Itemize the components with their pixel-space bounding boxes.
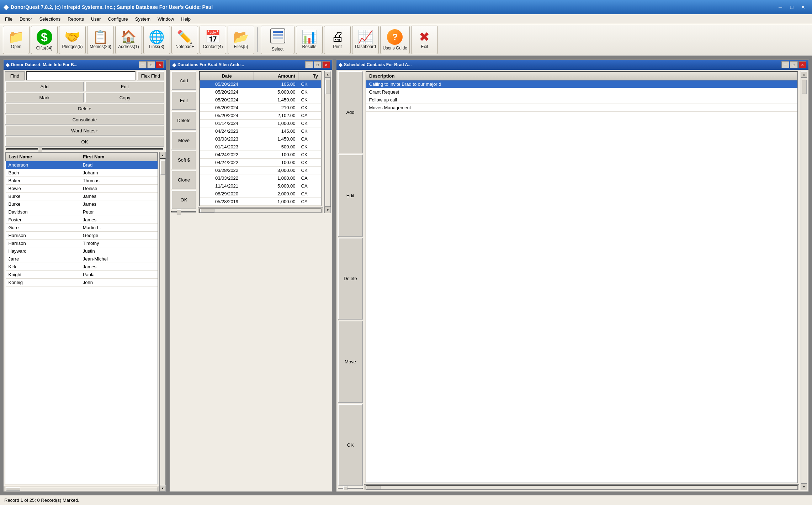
contacts-vscroll-track[interactable] bbox=[801, 78, 807, 484]
donations-panel-maximize[interactable]: □ bbox=[314, 61, 322, 68]
donor-table-row[interactable]: Bowie Denise bbox=[6, 185, 158, 193]
memos-button[interactable]: 📋 Memos(26) bbox=[87, 26, 114, 54]
donor-table-row[interactable]: Davidson Peter bbox=[6, 208, 158, 216]
pledges-button[interactable]: 🤝 Pledges(5) bbox=[59, 26, 86, 54]
print-button[interactable]: 🖨 Print bbox=[324, 26, 351, 54]
donor-panel-maximize[interactable]: □ bbox=[147, 61, 155, 68]
donor-panel-minimize[interactable]: ─ bbox=[139, 61, 147, 68]
open-button[interactable]: 📁 Open bbox=[3, 26, 30, 54]
donation-table-row[interactable]: 05/20/2024 5,000.00 CK bbox=[200, 88, 321, 96]
menu-file[interactable]: File bbox=[1, 15, 16, 23]
usersguide-button[interactable]: ? User's Guide bbox=[380, 26, 410, 54]
minimize-button[interactable]: ─ bbox=[775, 2, 786, 12]
zoom-slider[interactable] bbox=[6, 148, 163, 150]
consolidate-button[interactable]: Consolidate bbox=[5, 115, 164, 125]
maximize-button[interactable]: □ bbox=[786, 2, 797, 12]
donations-table[interactable]: Date Amount Ty 05/20/2024 105.00 CK 05/2… bbox=[199, 71, 322, 206]
donations-add-button[interactable]: Add bbox=[171, 71, 196, 90]
donations-zoom-slider[interactable] bbox=[171, 211, 196, 212]
donation-table-row[interactable]: 05/20/2024 2,102.00 CA bbox=[200, 112, 321, 120]
results-button[interactable]: 📊 Results bbox=[296, 26, 323, 54]
menu-donor[interactable]: Donor bbox=[16, 15, 36, 23]
donations-move-button[interactable]: Move bbox=[171, 131, 196, 150]
donations-delete-button[interactable]: Delete bbox=[171, 111, 196, 130]
dashboard-button[interactable]: 📈 Dashboard bbox=[352, 26, 379, 54]
donation-table-row[interactable]: 04/24/2022 100.00 CK bbox=[200, 159, 321, 167]
menu-reports[interactable]: Reports bbox=[64, 15, 87, 23]
contacts-panel-close[interactable]: ✕ bbox=[798, 61, 806, 68]
donor-vscroll-up[interactable]: ▲ bbox=[160, 152, 166, 158]
contact-table-row[interactable]: Moves Management bbox=[366, 104, 797, 112]
contacts-add-button[interactable]: Add bbox=[338, 71, 363, 153]
donation-table-row[interactable]: 08/29/2020 2,000.00 CA bbox=[200, 190, 321, 198]
close-button[interactable]: ✕ bbox=[798, 2, 808, 12]
donations-soft-button[interactable]: Soft $ bbox=[171, 151, 196, 169]
donations-vscroll-track[interactable] bbox=[325, 78, 331, 207]
donor-table-row[interactable]: Kirk James bbox=[6, 263, 158, 271]
donor-vscroll-track[interactable] bbox=[160, 158, 166, 485]
contacts-delete-button[interactable]: Delete bbox=[338, 238, 363, 320]
contacts-table[interactable]: Description Calling to invite Brad to ou… bbox=[366, 71, 798, 483]
donation-table-row[interactable]: 05/28/2019 1,000.00 CA bbox=[200, 198, 321, 206]
donor-table-row[interactable]: Foster James bbox=[6, 216, 158, 224]
mark-button[interactable]: Mark bbox=[5, 93, 84, 102]
donation-table-row[interactable]: 01/14/2024 1,000.00 CK bbox=[200, 120, 321, 127]
donor-table-row[interactable]: Koneig John bbox=[6, 279, 158, 286]
links-button[interactable]: 🌐 Links(3) bbox=[143, 26, 170, 54]
donation-table-row[interactable]: 03/28/2022 3,000.00 CK bbox=[200, 167, 321, 174]
select-button[interactable]: Select bbox=[261, 26, 294, 54]
donations-ok-button[interactable]: OK bbox=[171, 190, 196, 209]
menu-configure[interactable]: Configure bbox=[104, 15, 131, 23]
gifts-button[interactable]: $ Gifts(34) bbox=[31, 26, 58, 54]
menu-selections[interactable]: Selections bbox=[36, 15, 64, 23]
donation-table-row[interactable]: 03/03/2022 1,000.00 CA bbox=[200, 174, 321, 182]
donation-table-row[interactable]: 04/24/2022 100.00 CK bbox=[200, 151, 321, 159]
donor-table-row[interactable]: Harrison George bbox=[6, 232, 158, 240]
donor-table-row[interactable]: Gore Martin L. bbox=[6, 224, 158, 232]
donation-table-row[interactable]: 01/14/2023 500.00 CK bbox=[200, 143, 321, 151]
donation-table-row[interactable]: 11/14/2021 5,000.00 CA bbox=[200, 182, 321, 190]
find-input[interactable] bbox=[26, 71, 136, 80]
donor-table-row[interactable]: Burke James bbox=[6, 200, 158, 208]
add-button[interactable]: Add bbox=[5, 81, 84, 91]
donor-table-row[interactable]: Jarre Jean-Michel bbox=[6, 255, 158, 263]
files-button[interactable]: 📂 Files(5) bbox=[228, 26, 254, 54]
contacts-panel-minimize[interactable]: ─ bbox=[781, 61, 789, 68]
donor-table-row[interactable]: Knight Paula bbox=[6, 271, 158, 279]
menu-window[interactable]: Window bbox=[154, 15, 177, 23]
contact-table-row[interactable]: Calling to invite Brad to our major d bbox=[366, 80, 797, 88]
donor-table[interactable]: Last Name First Nam Anderson Brad Bach J… bbox=[5, 152, 158, 484]
copy-button[interactable]: Copy bbox=[85, 93, 164, 102]
word-notes-button[interactable]: Word Notes+ bbox=[5, 126, 164, 136]
contacts-panel-maximize[interactable]: □ bbox=[790, 61, 798, 68]
contacts-zoom-slider[interactable] bbox=[338, 488, 363, 489]
contact-table-row[interactable]: Follow up call bbox=[366, 96, 797, 104]
donor-table-row[interactable]: Anderson Brad bbox=[6, 161, 158, 169]
donation-table-row[interactable]: 05/20/2024 105.00 CK bbox=[200, 80, 321, 88]
donor-panel-close[interactable]: ✕ bbox=[156, 61, 164, 68]
notepad-button[interactable]: ✏️ Notepad+ bbox=[171, 26, 198, 54]
donations-clone-button[interactable]: Clone bbox=[171, 170, 196, 189]
donation-table-row[interactable]: 05/20/2024 210.00 CK bbox=[200, 104, 321, 112]
donations-hscroll-track[interactable] bbox=[199, 209, 322, 213]
donation-table-row[interactable]: 04/24/2023 145.00 CK bbox=[200, 127, 321, 135]
menu-help[interactable]: Help bbox=[177, 15, 194, 23]
menu-system[interactable]: System bbox=[132, 15, 154, 23]
donation-table-row[interactable]: 05/20/2024 1,450.00 CK bbox=[200, 96, 321, 104]
donor-table-row[interactable]: Hayward Justin bbox=[6, 247, 158, 255]
contact-table-row[interactable]: Grant Request bbox=[366, 88, 797, 96]
ok-button[interactable]: OK bbox=[5, 137, 164, 147]
donations-vscroll-down[interactable]: ▼ bbox=[325, 207, 331, 213]
donor-table-row[interactable]: Baker Thomas bbox=[6, 177, 158, 185]
delete-button[interactable]: Delete bbox=[5, 104, 164, 114]
donor-table-row[interactable]: Harrison Timothy bbox=[6, 240, 158, 247]
donation-table-row[interactable]: 03/03/2023 1,450.00 CA bbox=[200, 135, 321, 143]
donations-edit-button[interactable]: Edit bbox=[171, 91, 196, 110]
contact-button[interactable]: 📅 Contact(4) bbox=[200, 26, 226, 54]
flex-find-button[interactable]: Flex Find bbox=[137, 71, 164, 80]
donor-vscroll-down[interactable]: ▼ bbox=[160, 485, 166, 491]
contacts-vscroll-down[interactable]: ▼ bbox=[801, 484, 807, 490]
address-button[interactable]: 🏠 Address(1) bbox=[115, 26, 142, 54]
contacts-hscroll-track[interactable] bbox=[366, 485, 798, 490]
donor-table-row[interactable]: Burke James bbox=[6, 193, 158, 200]
